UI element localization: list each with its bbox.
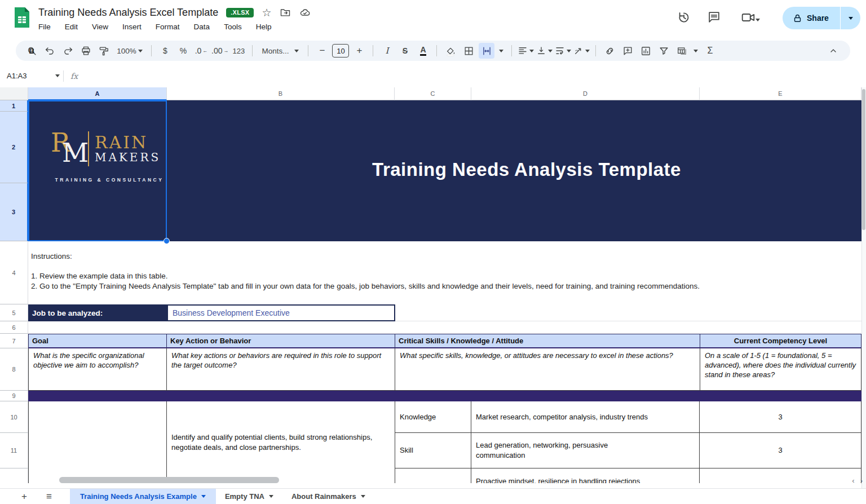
scroll-left-arrow[interactable]: ‹	[852, 476, 854, 485]
select-all-corner[interactable]	[0, 87, 28, 100]
detail-cell-skill[interactable]: Lead generation, networking, persuasive …	[471, 433, 700, 468]
row-header-11[interactable]: 11	[0, 433, 28, 468]
menu-help[interactable]: Help	[256, 23, 272, 31]
header-critical-skills[interactable]: Critical Skills / Knowledge / Attitude	[395, 334, 700, 348]
selection-fill-handle[interactable]	[164, 238, 170, 244]
vertical-align-button[interactable]	[536, 43, 553, 59]
instructions-title[interactable]: Instructions:	[31, 252, 72, 260]
banner-cell[interactable]: R M RAIN MAKERS TRAINING & CONSULTANCY T…	[28, 100, 861, 241]
instruction-line-2[interactable]: 2. Go to the "Empty Training Needs Analy…	[31, 282, 700, 290]
version-history-icon[interactable]	[677, 10, 691, 25]
name-box[interactable]: A1:A3	[7, 72, 55, 80]
note-action[interactable]: What key actions or behaviors are requir…	[166, 348, 395, 391]
column-header-a[interactable]: A	[28, 87, 167, 100]
comments-icon[interactable]	[707, 10, 722, 25]
vertical-scrollbar-thumb[interactable]	[862, 89, 865, 230]
column-header-d[interactable]: D	[471, 87, 700, 100]
video-call-caret-icon[interactable]	[755, 14, 770, 28]
menu-insert[interactable]: Insert	[122, 23, 142, 31]
column-header-c[interactable]: C	[395, 87, 471, 100]
text-rotation-button[interactable]	[573, 43, 590, 59]
bold-button[interactable]: B	[24, 43, 39, 59]
row-header-5[interactable]: 5	[0, 304, 28, 321]
menu-tools[interactable]: Tools	[224, 23, 242, 31]
print-icon[interactable]	[78, 43, 94, 59]
row-header-12[interactable]	[0, 468, 28, 483]
all-sheets-menu-icon[interactable]: ≡	[41, 489, 58, 504]
decrease-font-size-button[interactable]: −	[314, 43, 330, 59]
share-button[interactable]: Share	[783, 7, 860, 29]
header-key-action[interactable]: Key Action or Behavior	[166, 334, 395, 348]
cloud-status-icon[interactable]	[299, 7, 311, 18]
sheets-logo-icon[interactable]	[14, 6, 30, 29]
row-header-10[interactable]: 10	[0, 401, 28, 433]
text-wrap-button[interactable]	[555, 43, 571, 59]
row-header-4[interactable]: 4	[0, 241, 28, 304]
note-level[interactable]: On a scale of 1-5 (1 = foundational, 5 =…	[700, 348, 861, 391]
level-cell-row12[interactable]	[700, 468, 861, 483]
scroll-right-arrow[interactable]: ›	[860, 476, 863, 485]
fill-color-button[interactable]	[443, 43, 458, 59]
row-header-9[interactable]: 9	[0, 391, 28, 401]
column-header-e[interactable]: E	[700, 87, 861, 100]
font-family-select[interactable]: Monts...	[258, 43, 302, 59]
row-header-3[interactable]: 3	[0, 183, 28, 241]
level-cell-skill[interactable]: 3	[700, 433, 861, 468]
merge-cells-button[interactable]	[479, 43, 494, 59]
goal-merged-cell[interactable]	[28, 401, 167, 483]
video-call-icon[interactable]	[741, 10, 755, 25]
menu-data[interactable]: Data	[194, 23, 210, 31]
tab-training-needs-analysis-example[interactable]: Training Needs Analysis Example	[70, 489, 216, 504]
menu-view[interactable]: View	[92, 23, 108, 31]
star-icon[interactable]: ☆	[262, 7, 271, 18]
zoom-select[interactable]: 100%	[114, 43, 145, 59]
font-size-input[interactable]: 10	[332, 44, 349, 58]
category-cell-skill[interactable]: Skill	[395, 433, 471, 468]
job-value-cell[interactable]: Business Development Executive	[167, 304, 395, 321]
insert-link-button[interactable]	[602, 43, 617, 59]
add-sheet-icon[interactable]: +	[16, 489, 33, 504]
header-goal[interactable]: Goal	[28, 334, 167, 348]
horizontal-align-button[interactable]	[518, 43, 534, 59]
table-views-caret[interactable]	[692, 43, 700, 59]
name-box-caret[interactable]	[55, 74, 60, 77]
level-cell-knowledge[interactable]: 3	[700, 401, 861, 433]
category-cell-row12[interactable]	[395, 468, 471, 483]
behavior-merged-cell[interactable]: Identify and qualify potential clients, …	[167, 401, 395, 483]
menu-edit[interactable]: Edit	[65, 23, 78, 31]
column-header-b[interactable]: B	[167, 87, 395, 100]
increase-font-size-button[interactable]: +	[351, 43, 367, 59]
percent-format-button[interactable]: %	[175, 43, 191, 59]
insert-comment-button[interactable]	[620, 43, 635, 59]
header-competency-level[interactable]: Current Competency Level	[700, 334, 861, 348]
instruction-line-1[interactable]: 1. Review the example data in this table…	[31, 272, 167, 280]
hide-menus-chevron[interactable]	[825, 43, 841, 59]
row-header-2[interactable]: 2	[0, 112, 28, 183]
strikethrough-button[interactable]: S	[397, 43, 413, 59]
functions-button[interactable]: Σ	[702, 43, 718, 59]
menu-file[interactable]: File	[38, 23, 51, 31]
italic-button[interactable]: I	[379, 43, 395, 59]
share-dropdown[interactable]	[841, 17, 860, 20]
category-cell-knowledge[interactable]: Knowledge	[395, 401, 471, 433]
detail-cell-row12[interactable]: Proactive mindset, resilience in handlin…	[471, 468, 700, 483]
note-goal[interactable]: What is the specific organizational obje…	[28, 348, 167, 391]
tab-caret-icon[interactable]	[361, 495, 365, 498]
table-views-button[interactable]	[674, 43, 690, 59]
separator-row[interactable]	[28, 391, 861, 401]
decrease-decimal-button[interactable]: .0←	[193, 43, 209, 59]
note-skills[interactable]: What specific skills, knowledge, or atti…	[395, 348, 700, 391]
row-header-8[interactable]: 8	[0, 348, 28, 391]
document-title[interactable]: Training Needs Analysis Excel Template	[38, 7, 218, 19]
horizontal-scrollbar-thumb[interactable]	[59, 477, 279, 483]
row-header-7[interactable]: 7	[0, 334, 28, 348]
number-format-button[interactable]: 123	[231, 43, 246, 59]
menu-format[interactable]: Format	[156, 23, 180, 31]
tab-caret-icon[interactable]	[269, 495, 273, 498]
move-to-folder-icon[interactable]	[280, 7, 291, 18]
tab-caret-icon[interactable]	[201, 495, 206, 498]
redo-icon[interactable]	[60, 43, 76, 59]
merge-cells-caret[interactable]	[497, 43, 506, 59]
insert-chart-button[interactable]	[638, 43, 653, 59]
tab-empty-tna[interactable]: Empty TNA	[216, 489, 282, 504]
